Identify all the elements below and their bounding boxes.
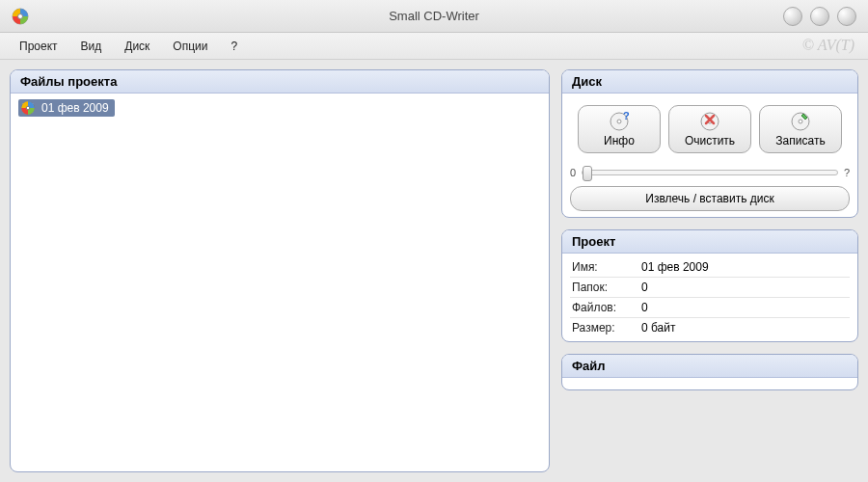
tree-root-item[interactable]: 01 фев 2009 — [18, 99, 115, 117]
project-panel-title: Проект — [562, 230, 857, 254]
maximize-button[interactable] — [810, 7, 829, 26]
disc-panel-title: Диск — [562, 70, 857, 94]
file-panel-body — [562, 378, 857, 389]
disc-panel: Диск ? Инфо — [561, 69, 858, 218]
project-label-files: Файлов: — [572, 301, 641, 314]
close-button[interactable] — [837, 7, 856, 26]
eject-button-label: Извлечь / вставить диск — [645, 192, 773, 205]
disc-info-icon: ? — [609, 111, 630, 132]
titlebar: Small CD-Writer — [0, 0, 868, 33]
svg-point-12 — [799, 120, 802, 123]
app-icon — [12, 8, 29, 25]
right-column: Диск ? Инфо — [561, 69, 858, 472]
info-button[interactable]: ? Инфо — [578, 105, 661, 153]
write-button-label: Записать — [775, 134, 825, 147]
file-panel: Файл — [561, 354, 858, 390]
write-button[interactable]: Записать — [759, 105, 842, 153]
left-column: Файлы проекта 01 фев 2009 — [10, 69, 550, 472]
project-value-name: 01 фев 2009 — [641, 260, 709, 274]
svg-point-5 — [617, 120, 621, 123]
capacity-slider-row: 0 ? — [570, 167, 850, 178]
svg-text:?: ? — [623, 111, 630, 121]
capacity-slider[interactable] — [582, 170, 838, 175]
project-label-name: Имя: — [572, 260, 641, 274]
minimize-button[interactable] — [783, 7, 802, 26]
tree-root-label: 01 фев 2009 — [41, 101, 109, 115]
disc-button-row: ? Инфо — [570, 105, 850, 153]
disc-icon — [20, 100, 36, 116]
slider-min-label: 0 — [570, 167, 576, 178]
project-panel: Проект Имя: 01 фев 2009 Папок: 0 Файлов:… — [561, 229, 858, 342]
menu-view[interactable]: Вид — [71, 36, 112, 57]
project-row-folders: Папок: 0 — [570, 278, 850, 298]
eject-button[interactable]: Извлечь / вставить диск — [570, 186, 850, 211]
project-value-files: 0 — [641, 301, 648, 314]
disc-write-icon — [790, 111, 811, 132]
menu-help[interactable]: ? — [221, 36, 247, 57]
menu-options[interactable]: Опции — [163, 36, 217, 57]
project-files-panel: Файлы проекта 01 фев 2009 — [10, 69, 550, 472]
info-button-label: Инфо — [604, 134, 635, 147]
project-value-size: 0 байт — [641, 321, 675, 335]
window-controls — [783, 7, 856, 26]
project-value-folders: 0 — [641, 281, 648, 294]
file-panel-title: Файл — [562, 355, 857, 378]
content: Файлы проекта 01 фев 2009 — [0, 60, 868, 482]
project-files-title: Файлы проекта — [11, 70, 549, 94]
clear-button[interactable]: Очистить — [668, 105, 751, 153]
project-row-size: Размер: 0 байт — [570, 318, 850, 337]
disc-clear-icon — [699, 111, 720, 132]
svg-point-3 — [26, 106, 30, 110]
menubar: Проект Вид Диск Опции ? © AV(T) — [0, 33, 868, 60]
watermark: © AV(T) — [802, 37, 854, 54]
project-label-folders: Папок: — [572, 281, 641, 294]
project-files-tree[interactable]: 01 фев 2009 — [11, 94, 549, 471]
svg-point-1 — [18, 13, 23, 18]
project-row-files: Файлов: 0 — [570, 298, 850, 318]
project-row-name: Имя: 01 фев 2009 — [570, 257, 850, 278]
window-title: Small CD-Writer — [0, 9, 868, 23]
slider-max-label: ? — [844, 167, 850, 178]
slider-thumb[interactable] — [583, 166, 592, 181]
menu-project[interactable]: Проект — [10, 36, 68, 57]
menu-disc[interactable]: Диск — [115, 36, 159, 57]
clear-button-label: Очистить — [685, 134, 735, 147]
project-label-size: Размер: — [572, 321, 641, 335]
